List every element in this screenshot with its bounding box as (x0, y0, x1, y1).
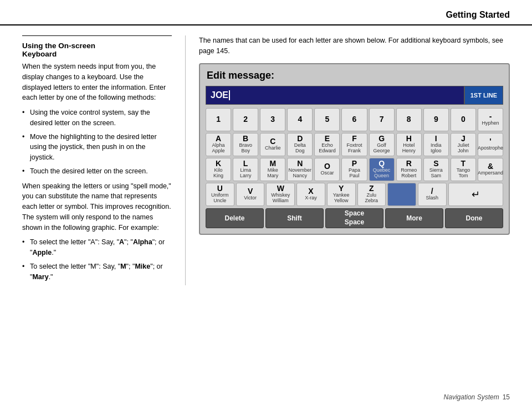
line-badge: 1ST LINE (464, 86, 503, 105)
key-b[interactable]: B BravoBoy (233, 133, 258, 156)
btn-delete[interactable]: Delete (206, 208, 264, 228)
list-item: Using the voice control system, say the … (22, 107, 172, 129)
key-g[interactable]: G GolfGeorge (369, 133, 395, 156)
key-3[interactable]: 3 (260, 108, 285, 131)
btn-done[interactable]: Done (445, 208, 503, 228)
key-7[interactable]: 7 (369, 108, 395, 131)
key-c[interactable]: C Charlie (260, 133, 285, 156)
key-enter[interactable]: ↵ (448, 183, 503, 206)
keyboard-grid: 1 2 3 4 5 6 7 8 9 0 - Hyphen (206, 108, 503, 206)
key-y[interactable]: Y YankeeYellow (327, 183, 356, 206)
key-ampersand[interactable]: & Ampersand (478, 158, 503, 181)
key-l[interactable]: L LimaLarry (233, 158, 258, 181)
key-4[interactable]: 4 (287, 108, 313, 131)
page-title: Getting Started (446, 10, 510, 19)
key-x[interactable]: X X-ray (296, 183, 325, 206)
keyboard-row-u: U UniformUncle V Victor W WhiskeyWilliam (206, 183, 503, 206)
spell-paragraph: When speaking the letters or using "spel… (22, 181, 172, 233)
page-header: Getting Started (0, 0, 532, 25)
key-s[interactable]: S SierraSam (423, 158, 449, 181)
key-2[interactable]: 2 (233, 108, 258, 131)
list-item: Move the highlighting to the desired let… (22, 132, 172, 163)
key-i[interactable]: I IndiaIgloo (423, 133, 449, 156)
key-0[interactable]: 0 (451, 108, 476, 131)
key-blank[interactable] (387, 183, 416, 206)
key-w[interactable]: W WhiskeyWilliam (266, 183, 295, 206)
key-u[interactable]: U UniformUncle (206, 183, 234, 206)
vertical-divider (185, 35, 186, 285)
key-5[interactable]: 5 (314, 108, 340, 131)
key-r[interactable]: R RomeoRobert (396, 158, 422, 181)
key-j[interactable]: J JulietJohn (451, 133, 476, 156)
list-item: Touch the desired letter on the screen. (22, 166, 172, 177)
page-footer: Navigation System 15 (444, 393, 510, 401)
key-hyphen[interactable]: - Hyphen (478, 108, 503, 131)
footer-page-number: 15 (503, 393, 510, 401)
key-n[interactable]: N NovemberNancy (287, 158, 313, 181)
content-area: Using the On-screen Keyboard When the sy… (0, 25, 532, 291)
key-p[interactable]: P PapaPaul (341, 158, 367, 181)
keyboard-row-a: A AlphaApple B BravoBoy C Charlie D (206, 133, 503, 156)
key-f[interactable]: F FoxtrotFrank (341, 133, 367, 156)
keyboard-row-k: K KiloKing L LimaLarry M MikeMary N (206, 158, 503, 181)
btn-space[interactable]: Space Space (325, 208, 383, 228)
btn-more[interactable]: More (385, 208, 443, 228)
bullet-list: Using the voice control system, say the … (22, 107, 172, 177)
right-intro-text: The names that can be used for each lett… (199, 35, 510, 56)
key-a[interactable]: A AlphaApple (206, 133, 231, 156)
keyboard-input-field[interactable]: JOE (206, 86, 464, 105)
intro-text: When the system needs input from you, th… (22, 61, 172, 103)
page-container: Getting Started Using the On-screen Keyb… (0, 0, 532, 411)
key-v[interactable]: V Victor (236, 183, 265, 206)
key-8[interactable]: 8 (396, 108, 422, 131)
section-title: Using the On-screen Keyboard (22, 42, 172, 58)
key-e[interactable]: E EchoEdward (314, 133, 340, 156)
example-a: To select the letter "A": Say, "A"; "Alp… (22, 237, 172, 258)
left-column: Using the On-screen Keyboard When the sy… (22, 35, 172, 285)
key-d[interactable]: D DeltaDog (287, 133, 313, 156)
key-z[interactable]: Z ZuluZebra (357, 183, 386, 206)
key-slash[interactable]: / Slash (418, 183, 447, 206)
key-m[interactable]: M MikeMary (260, 158, 285, 181)
keyboard-input-row: JOE 1ST LINE (206, 86, 503, 105)
cursor (229, 90, 230, 100)
key-o[interactable]: O Oscar (314, 158, 340, 181)
btn-shift[interactable]: Shift (265, 208, 324, 228)
key-k[interactable]: K KiloKing (206, 158, 231, 181)
key-1[interactable]: 1 (206, 108, 231, 131)
key-apostrophe[interactable]: ' Apostrophe (478, 133, 503, 156)
footer-label: Navigation System (444, 393, 499, 401)
key-9[interactable]: 9 (423, 108, 449, 131)
key-t[interactable]: T TangoTom (451, 158, 476, 181)
keyboard-title: Edit message: (206, 70, 503, 81)
key-h[interactable]: H HotelHenry (396, 133, 422, 156)
example-m: To select the letter "M": Say, "M"; "Mik… (22, 261, 172, 282)
keyboard-row-numbers: 1 2 3 4 5 6 7 8 9 0 - Hyphen (206, 108, 503, 131)
keyboard-bottom-row: Delete Shift Space Space More Done (206, 208, 503, 228)
key-6[interactable]: 6 (341, 108, 367, 131)
divider (22, 35, 172, 36)
key-q[interactable]: Q QuebecQueen (369, 158, 395, 181)
keyboard-ui: Edit message: JOE 1ST LINE 1 2 3 4 (199, 63, 510, 235)
keyboard-input-value: JOE (211, 90, 228, 100)
right-column: The names that can be used for each lett… (199, 35, 510, 285)
